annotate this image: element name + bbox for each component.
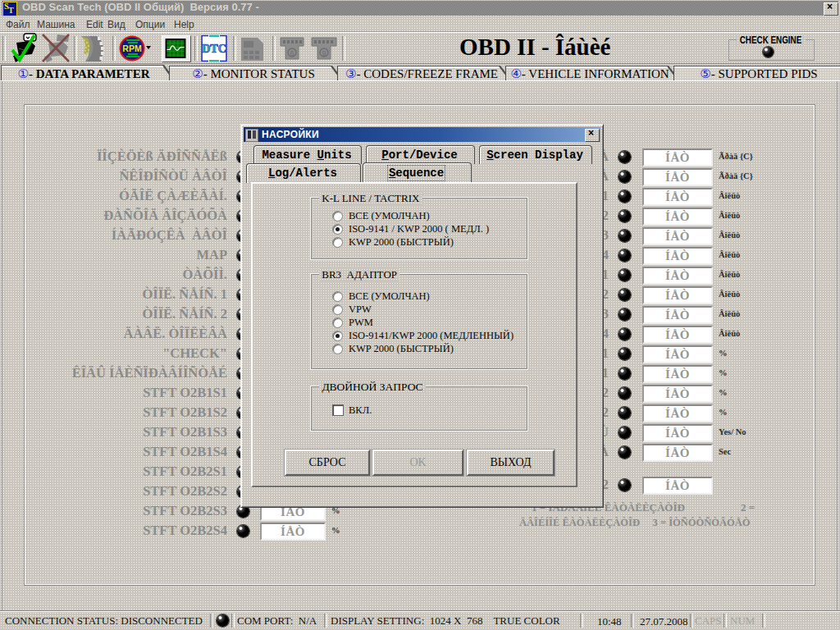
svg-text:RPM: RPM xyxy=(122,43,142,53)
svg-text:DTC: DTC xyxy=(202,43,226,55)
svg-text:9: 9 xyxy=(322,49,326,57)
svg-text:6: 6 xyxy=(290,49,294,57)
